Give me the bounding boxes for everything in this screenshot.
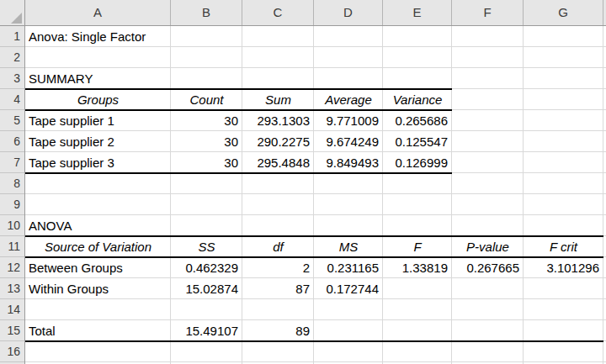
summary-row-group[interactable]: Tape supplier 1 [25, 110, 171, 131]
column-header-g[interactable]: G [524, 0, 603, 25]
anova-row-ss[interactable]: 0.462329 [171, 257, 242, 278]
anova-header-f-crit[interactable]: F crit [524, 236, 603, 257]
column-header-f[interactable]: F [452, 0, 524, 25]
anova-row-df[interactable]: 87 [242, 278, 314, 299]
anova-row-ss[interactable]: 15.49107 [171, 320, 242, 341]
row-header-11[interactable]: 11 [0, 236, 24, 257]
anova-row-df[interactable]: 89 [242, 320, 314, 341]
summary-row-sum[interactable]: 295.4848 [242, 152, 314, 173]
row-header-15[interactable]: 15 [0, 320, 24, 341]
row-header-8[interactable]: 8 [0, 173, 24, 194]
row-header-16[interactable]: 16 [0, 341, 24, 362]
row-header-5[interactable]: 5 [0, 110, 24, 131]
anova-row-df[interactable]: 2 [242, 257, 314, 278]
anova-table-top-border [25, 235, 603, 237]
column-header-d[interactable]: D [314, 0, 383, 25]
summary-header-average[interactable]: Average [314, 89, 383, 110]
anova-row-ms[interactable]: 0.172744 [314, 278, 383, 299]
anova-row-ms[interactable]: 0.231165 [314, 257, 383, 278]
anova-row-f-crit[interactable]: 3.101296 [524, 257, 603, 278]
anova-header-ms[interactable]: MS [314, 236, 383, 257]
row-header-strip: 1 2 3 4 5 6 7 8 9 10 11 12 13 14 15 16 [0, 26, 25, 364]
column-header-c[interactable]: C [242, 0, 314, 25]
summary-row-variance[interactable]: 0.126999 [383, 152, 452, 173]
summary-row-group[interactable]: Tape supplier 3 [25, 152, 171, 173]
select-all-triangle-icon [11, 13, 22, 24]
row-header-6[interactable]: 6 [0, 131, 24, 152]
summary-row-sum[interactable]: 293.1303 [242, 110, 314, 131]
row-header-12[interactable]: 12 [0, 257, 24, 278]
row-header-3[interactable]: 3 [0, 68, 24, 89]
row-header-7[interactable]: 7 [0, 152, 24, 173]
anova-header-df[interactable]: df [242, 236, 314, 257]
row-header-14[interactable]: 14 [0, 299, 24, 320]
summary-row-average[interactable]: 9.771009 [314, 110, 383, 131]
anova-header-p-value[interactable]: P-value [452, 236, 524, 257]
anova-table-header-border [25, 256, 603, 258]
column-header-e[interactable]: E [383, 0, 452, 25]
summary-header-sum[interactable]: Sum [242, 89, 314, 110]
summary-table-top-border [25, 88, 452, 90]
row-header-2[interactable]: 2 [0, 47, 24, 68]
summary-row-variance[interactable]: 0.265686 [383, 110, 452, 131]
column-header-strip: A B C D E F G [0, 0, 606, 26]
summary-row-average[interactable]: 9.849493 [314, 152, 383, 173]
summary-row-count[interactable]: 30 [171, 110, 242, 131]
summary-row-group[interactable]: Tape supplier 2 [25, 131, 171, 152]
summary-row-variance[interactable]: 0.125547 [383, 131, 452, 152]
row-header-9[interactable]: 9 [0, 194, 24, 215]
anova-header-f[interactable]: F [383, 236, 452, 257]
row-header-10[interactable]: 10 [0, 215, 24, 236]
row-header-13[interactable]: 13 [0, 278, 24, 299]
anova-row-p-value[interactable]: 0.267665 [452, 257, 524, 278]
anova-row-source[interactable]: Between Groups [25, 257, 171, 278]
column-header-a[interactable]: A [25, 0, 171, 25]
anova-row-source[interactable]: Total [25, 320, 171, 341]
summary-row-average[interactable]: 9.674249 [314, 131, 383, 152]
summary-header-variance[interactable]: Variance [383, 89, 452, 110]
summary-row-count[interactable]: 30 [171, 152, 242, 173]
spreadsheet: A B C D E F G 1 2 3 4 5 6 7 8 9 10 11 12… [0, 0, 606, 364]
cell-summary-label[interactable]: SUMMARY [25, 68, 171, 89]
cell-title[interactable]: Anova: Single Factor [25, 26, 171, 47]
summary-row-count[interactable]: 30 [171, 131, 242, 152]
anova-row-ss[interactable]: 15.02874 [171, 278, 242, 299]
column-header-b[interactable]: B [171, 0, 242, 25]
summary-header-count[interactable]: Count [171, 89, 242, 110]
summary-table-header-border [25, 109, 452, 111]
cell-anova-label[interactable]: ANOVA [25, 215, 171, 236]
row-header-4[interactable]: 4 [0, 89, 24, 110]
sheet-grid: Anova: Single Factor SUMMARY Groups Coun… [25, 26, 606, 364]
anova-row-source[interactable]: Within Groups [25, 278, 171, 299]
anova-row-f[interactable]: 1.33819 [383, 257, 452, 278]
row-header-1[interactable]: 1 [0, 26, 24, 47]
anova-header-source[interactable]: Source of Variation [25, 236, 171, 257]
summary-row-sum[interactable]: 290.2275 [242, 131, 314, 152]
summary-table-bottom-border [25, 172, 452, 174]
anova-header-ss[interactable]: SS [171, 236, 242, 257]
select-all-button[interactable] [0, 0, 25, 25]
summary-header-groups[interactable]: Groups [25, 89, 171, 110]
anova-table-bottom-border [25, 340, 603, 342]
